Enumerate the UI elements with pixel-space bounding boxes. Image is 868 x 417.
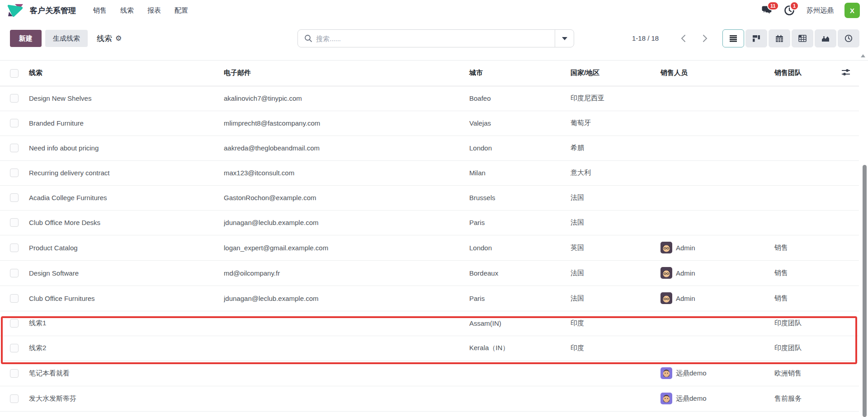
menu-sales[interactable]: 销售 [93,6,107,15]
row-checkbox[interactable] [10,319,19,328]
table-row[interactable]: 线索1 Assam(IN) 印度 印度团队 [0,311,859,336]
lead-team: 印度团队 [774,336,841,361]
list-view-icon [729,35,737,42]
lead-team [774,210,841,235]
column-header-email[interactable]: 电子邮件 [224,61,469,86]
pager-previous-button[interactable] [675,29,692,47]
lead-name: 线索2 [29,336,224,361]
lead-email: jdunagan@leclub.example.com [224,210,469,235]
row-checkbox[interactable] [10,119,19,127]
search-input[interactable] [316,35,555,42]
table-row[interactable]: Design New Shelves akalinovich7@tinypic.… [0,86,859,111]
menu-leads[interactable]: 线索 [120,6,134,15]
menu-reports[interactable]: 报表 [147,6,161,15]
pager-next-button[interactable] [696,29,713,47]
list-view-button[interactable] [722,29,744,47]
activities-badge: 1 [790,1,799,10]
user-avatar[interactable]: X [844,3,860,18]
lead-city: Assam(IN) [469,311,571,336]
lead-city: Bordeaux [469,260,571,286]
table-row[interactable]: Club Office More Desks jdunagan@leclub.e… [0,210,859,235]
row-checkbox[interactable] [10,169,19,177]
table-row[interactable]: Design Software md@oilcompany.fr Bordeau… [0,260,859,286]
generate-leads-button[interactable]: 生成线索 [45,30,88,47]
activity-view-button[interactable] [838,29,859,47]
company-name[interactable]: 苏州远鼎 [807,6,834,15]
table-row[interactable]: Recurring delivery contract max123@itcon… [0,160,859,185]
column-header-team[interactable]: 销售团队 [774,61,841,86]
row-checkbox[interactable] [10,193,19,202]
search-dropdown-toggle[interactable] [555,30,574,47]
view-settings-gear-icon[interactable]: ⚙ [115,35,122,42]
lead-team [774,86,841,111]
row-checkbox[interactable] [10,244,19,252]
lead-name: Acadia College Furnitures [29,185,224,210]
select-all-checkbox[interactable] [10,69,19,78]
lead-country: 印度 [571,311,660,336]
salesperson-avatar [660,267,672,279]
new-button[interactable]: 新建 [10,30,42,47]
table-row[interactable]: Acadia College Furnitures GastonRochon@e… [0,185,859,210]
scrollbar-thumb[interactable] [863,165,867,417]
calendar-view-button[interactable] [769,29,790,47]
lead-salesperson: Admin [660,260,774,286]
table-row[interactable]: 线索2 Kerala（IN） 印度 印度团队 [0,336,859,361]
pager-range: 1-18 / 18 [632,29,659,47]
row-checkbox[interactable] [10,369,19,378]
lead-team: 售前服务 [774,386,841,411]
table-row[interactable]: Club Office Furnitures jdunagan@leclub.e… [0,286,859,311]
table-row[interactable]: 发大水发斯蒂芬 远鼎demo 售前服务 [0,386,859,411]
row-checkbox[interactable] [10,269,19,277]
chevron-right-icon [703,34,708,42]
pivot-view-icon [798,35,807,42]
page-title: 线索 [97,33,112,44]
lead-email [224,311,469,336]
lead-name: Need info about pricing [29,136,224,160]
view-switcher [722,29,859,47]
lead-email [224,336,469,361]
lead-email: jdunagan@leclub.example.com [224,286,469,311]
lead-country: 希腊 [571,136,660,160]
column-header-lead[interactable]: 线索 [29,61,224,86]
messages-button[interactable]: 11 [761,5,773,16]
row-checkbox[interactable] [10,294,19,303]
activities-button[interactable]: 1 [784,5,796,16]
table-row[interactable]: Branded Furniture mlimprecht8@fastcompan… [0,111,859,136]
row-checkbox[interactable] [10,94,19,103]
table-header-row: 线索 电子邮件 城市 国家/地区 销售人员 销售团队 [0,61,859,86]
lead-country: 法国 [571,260,660,286]
row-checkbox[interactable] [10,144,19,152]
crm-app-icon[interactable] [5,3,25,18]
graph-view-button[interactable] [815,29,836,47]
table-row[interactable]: 笔记本看就看 远鼎demo 欧洲销售 [0,361,859,386]
table-row[interactable]: Need info about pricing aakreda@theglobe… [0,136,859,160]
app-title[interactable]: 客户关系管理 [30,5,76,16]
lead-country [571,386,660,411]
table-row[interactable]: Product Catalog logan_expert@gmail.examp… [0,235,859,260]
pivot-view-button[interactable] [792,29,813,47]
kanban-view-button[interactable] [745,29,767,47]
lead-city: Valejas [469,111,571,136]
menu-config[interactable]: 配置 [175,6,188,15]
lead-email: akalinovich7@tinypic.com [224,86,469,111]
optional-columns-icon[interactable] [841,68,851,76]
lead-team: 销售 [774,260,841,286]
row-checkbox[interactable] [10,344,19,352]
row-checkbox[interactable] [10,394,19,403]
scrollbar-up-arrow[interactable] [861,54,865,57]
column-header-city[interactable]: 城市 [469,61,571,86]
row-checkbox[interactable] [10,218,19,227]
lead-name: 线索1 [29,311,224,336]
lead-name: Club Office Furnitures [29,286,224,311]
graph-view-icon [821,35,830,42]
lead-country: 印度尼西亚 [571,86,660,111]
lead-name: Branded Furniture [29,111,224,136]
column-header-country[interactable]: 国家/地区 [571,61,660,86]
lead-name: Club Office More Desks [29,210,224,235]
lead-email: logan_expert@gmail.example.com [224,235,469,260]
lead-salesperson: Admin [660,235,774,260]
salesperson-avatar [660,393,672,404]
lead-salesperson [660,210,774,235]
column-header-salesperson[interactable]: 销售人员 [660,61,774,86]
lead-name: Product Catalog [29,235,224,260]
